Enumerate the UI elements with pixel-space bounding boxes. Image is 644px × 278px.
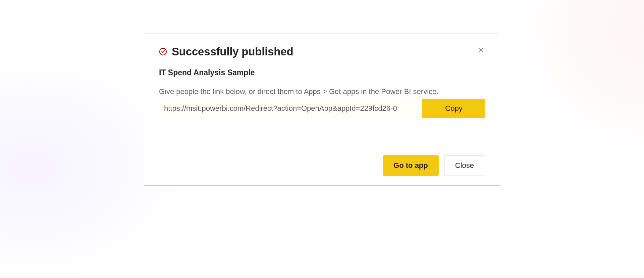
dialog-title: Successfully published — [172, 45, 293, 58]
link-row: Copy — [159, 99, 485, 118]
dialog-footer: Go to app Close — [159, 155, 485, 176]
app-name: IT Spend Analysis Sample — [159, 68, 485, 77]
success-check-icon — [159, 48, 167, 56]
close-icon[interactable] — [477, 46, 485, 54]
dialog-header: Successfully published — [159, 45, 485, 58]
go-to-app-button[interactable]: Go to app — [383, 155, 439, 176]
share-link-input[interactable] — [159, 99, 423, 118]
publish-success-dialog: Successfully published IT Spend Analysis… — [144, 34, 500, 186]
close-button[interactable]: Close — [444, 155, 485, 176]
instructions-text: Give people the link below, or direct th… — [159, 87, 485, 96]
copy-button[interactable]: Copy — [423, 99, 485, 118]
svg-point-0 — [160, 48, 166, 55]
